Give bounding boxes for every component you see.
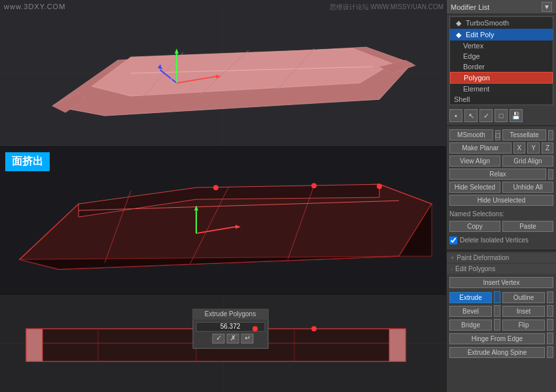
main-container: www.3DXY.COM 思维设计论坛 WWW.MISSY/UAN.COM: [0, 0, 556, 392]
save-icon-btn[interactable]: 💾: [510, 109, 523, 122]
row-hide: Hide Selected Unhide All: [449, 182, 553, 193]
extrude-spine-settings-icon[interactable]: [547, 346, 553, 358]
separator1: [447, 250, 556, 252]
extrude-settings-icon[interactable]: [494, 291, 500, 303]
hinge-from-edge-button[interactable]: Hinge From Edge: [449, 333, 545, 344]
tessellate-button[interactable]: Tessellate: [502, 129, 546, 140]
face-extrude-label: 面挤出: [5, 152, 50, 171]
svg-rect-43: [389, 329, 406, 361]
paste-button[interactable]: Paste: [502, 221, 553, 232]
row-delete-isolated: Delete Isolated Vertices: [449, 234, 553, 246]
modifier-element[interactable]: Element: [450, 84, 553, 94]
named-selections-label: Named Selections:: [449, 209, 504, 219]
svg-point-55: [252, 326, 258, 331]
section-msmooth: MSmooth □ Tessellate Make Planar X Y Z V…: [447, 127, 556, 248]
modifier-vertex[interactable]: Vertex: [450, 41, 553, 51]
inset-settings-icon[interactable]: [547, 305, 553, 317]
inset-button[interactable]: Inset: [502, 306, 545, 317]
check-icon-btn[interactable]: ✓: [479, 109, 493, 122]
grid-align-button[interactable]: Grid Align: [502, 155, 553, 167]
border-label: Border: [463, 63, 485, 71]
hinge-settings-icon[interactable]: [547, 333, 553, 344]
flip-button[interactable]: Flip: [502, 319, 545, 331]
viewport-bot[interactable]: Extrude Polygons 56.372 ✓ ✗ ↵: [0, 295, 446, 393]
turbosmooth-icon: ◆: [454, 18, 463, 27]
relax-button[interactable]: Relax: [449, 169, 546, 180]
modifier-editpoly[interactable]: ◆ Edit Poly: [450, 29, 553, 41]
modifier-turbosmooth[interactable]: ◆ TurboSmooth: [450, 17, 553, 29]
watermark-tr: 思维设计论坛 WWW.MISSY/UAN.COM: [330, 3, 443, 12]
row-relax: Relax: [449, 169, 553, 180]
svg-rect-42: [26, 329, 43, 361]
outline-settings-icon[interactable]: [547, 291, 553, 303]
hide-unselected-button[interactable]: Hide Unselected: [449, 195, 553, 206]
hide-selected-button[interactable]: Hide Selected: [449, 182, 500, 193]
svg-text:✗: ✗: [230, 334, 236, 342]
tessellate-settings[interactable]: [548, 130, 553, 140]
paint-deformation-label: Paint Deformation: [457, 254, 509, 261]
row-extrude: Extrude Outline: [449, 291, 553, 303]
editpoly-label: Edit Poly: [466, 31, 494, 39]
square-icon-btn[interactable]: □: [495, 109, 508, 122]
divider1: [447, 125, 556, 126]
dot-icon-btn[interactable]: •: [449, 109, 462, 122]
row-bevel: Bevel Inset: [449, 305, 553, 317]
row-align: View Align Grid Align: [449, 155, 553, 167]
msmooth-button[interactable]: MSmooth: [449, 129, 493, 140]
bevel-button[interactable]: Bevel: [449, 306, 492, 317]
section-edit-poly: Insert Vertex Extrude Outline Bevel Inse…: [447, 275, 556, 362]
panel-header-label: Modifier List: [451, 3, 489, 11]
svg-point-56: [311, 326, 317, 331]
outline-button[interactable]: Outline: [502, 292, 545, 303]
row-bridge: Bridge Flip: [449, 319, 553, 331]
viewport-top[interactable]: 思维设计论坛 WWW.MISSY/UAN.COM: [0, 0, 446, 147]
modifier-polygon[interactable]: Polygon: [450, 72, 553, 84]
make-planar-button[interactable]: Make Planar: [449, 142, 512, 154]
watermark-top: www.3DXY.COM: [4, 3, 65, 10]
svg-point-30: [213, 185, 218, 190]
delete-isolated-label: Delete Isolated Vertices: [460, 235, 529, 245]
delete-isolated-checkbox[interactable]: [449, 237, 457, 244]
modifier-list: ◆ TurboSmooth ◆ Edit Poly Vertex Edge Bo…: [449, 16, 553, 105]
y-button[interactable]: Y: [527, 142, 540, 154]
extrude-along-spine-button[interactable]: Extrude Along Spine: [449, 347, 545, 358]
flip-settings-icon[interactable]: [547, 319, 553, 331]
viewport-mid[interactable]: 面挤出: [0, 147, 446, 294]
panel-toolbar: • ↖ ✓ □ 💾: [447, 107, 556, 124]
svg-point-31: [311, 183, 317, 188]
edit-polygons-label: Edit Polygons: [455, 265, 495, 272]
relax-settings[interactable]: [548, 169, 553, 180]
extrude-button[interactable]: Extrude: [449, 292, 492, 303]
row-extrude-spine: Extrude Along Spine: [449, 346, 553, 358]
insert-vertex-button[interactable]: Insert Vertex: [449, 277, 553, 288]
editpoly-icon: ◆: [454, 30, 463, 39]
row-insert-vertex: Insert Vertex: [449, 277, 553, 289]
edit-polygons-header[interactable]: - Edit Polygons: [447, 264, 556, 274]
paint-deformation-header[interactable]: + Paint Deformation: [447, 253, 556, 263]
bridge-settings-icon[interactable]: [494, 319, 500, 331]
view-align-button[interactable]: View Align: [449, 155, 500, 167]
turbosmooth-label: TurboSmooth: [466, 19, 509, 27]
bridge-button[interactable]: Bridge: [449, 319, 492, 331]
panel-header: Modifier List ▼: [447, 0, 556, 14]
z-button[interactable]: Z: [542, 142, 553, 154]
copy-button[interactable]: Copy: [449, 221, 500, 232]
unhide-all-button[interactable]: Unhide All: [502, 182, 553, 193]
vertex-label: Vertex: [463, 42, 483, 50]
msmooth-settings[interactable]: □: [495, 130, 500, 140]
right-panel: Modifier List ▼ ◆ TurboSmooth ◆ Edit Pol…: [446, 0, 556, 392]
edit-poly-expand-icon: -: [451, 266, 453, 272]
modifier-shell[interactable]: Shell: [450, 94, 553, 105]
bevel-settings-icon[interactable]: [494, 305, 500, 317]
svg-text:↵: ↵: [245, 334, 251, 342]
svg-point-32: [377, 184, 382, 189]
modifier-border[interactable]: Border: [450, 61, 553, 72]
modifier-edge[interactable]: Edge: [450, 51, 553, 61]
cursor-icon-btn[interactable]: ↖: [464, 109, 478, 122]
row-copy-paste: Copy Paste: [449, 221, 553, 232]
paint-expand-icon: +: [451, 255, 454, 261]
x-button[interactable]: X: [513, 142, 526, 154]
element-label: Element: [463, 85, 489, 93]
row-msmooth: MSmooth □ Tessellate: [449, 129, 553, 140]
modifier-dropdown[interactable]: ▼: [542, 2, 552, 12]
